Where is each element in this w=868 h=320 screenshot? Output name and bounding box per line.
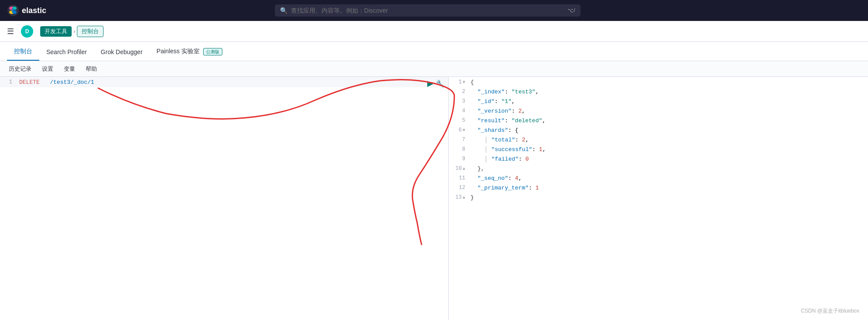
elastic-logo[interactable]: elastic	[7, 4, 46, 17]
output-line-13: 13▲ }	[449, 194, 868, 203]
output-line-10: 10▲ },	[449, 165, 868, 175]
output-line-6: 6▼ "_shards": {	[449, 127, 868, 136]
search-shortcut: ⌥/	[567, 7, 575, 14]
output-content-4: "_version": 2,	[470, 108, 525, 114]
breadcrumb-parent[interactable]: 开发工具	[40, 26, 72, 37]
output-content-2: "_index": "test3",	[470, 89, 539, 95]
output-content-1: {	[470, 79, 474, 86]
output-line-1: 1▼ {	[449, 79, 868, 88]
wrench-button[interactable]: 🔧	[436, 79, 445, 88]
output-line-num-12: 12	[449, 185, 470, 191]
tab-painless-lab-label: Painless 实验室	[156, 48, 200, 55]
output-content-3: "_id": "1",	[470, 98, 515, 105]
fold-arrow-6[interactable]: ▼	[463, 128, 465, 133]
top-header: elastic 🔍 ⌥/	[0, 0, 868, 21]
tab-console[interactable]: 控制台	[7, 43, 39, 61]
editor-panel: 1 DELETE /test3/_doc/1 ▶ 🔧	[0, 77, 449, 320]
fold-arrow-1[interactable]: ▼	[463, 80, 465, 85]
output-line-num-2: 2	[449, 89, 470, 95]
output-line-11: 11 "_seq_no": 4,	[449, 175, 868, 184]
user-avatar[interactable]: D	[21, 25, 33, 38]
output-content-6: "_shards": {	[470, 127, 519, 134]
output-line-2: 2 "_index": "test3",	[449, 88, 868, 98]
main-content: 1 DELETE /test3/_doc/1 ▶ 🔧 1▼ { 2	[0, 77, 868, 320]
editor-line-number: 1	[0, 79, 17, 85]
beta-badge: 公测版	[203, 48, 222, 55]
output-line-8: 8 │ "successful": 1,	[449, 146, 868, 155]
logo-area: elastic	[7, 4, 46, 17]
run-button[interactable]: ▶	[427, 79, 433, 88]
tab-painless-lab[interactable]: Painless 实验室 公测版	[149, 43, 229, 61]
global-search-bar[interactable]: 🔍 ⌥/	[275, 4, 581, 17]
output-content-5: "result": "deleted",	[470, 117, 546, 124]
output-line-7: 7 │ "total": 2,	[449, 136, 868, 146]
hamburger-button[interactable]: ☰	[7, 27, 14, 36]
output-content-10: },	[470, 165, 484, 172]
breadcrumb-separator: ›	[73, 28, 75, 34]
request-path: /test3/_doc/1	[50, 79, 94, 86]
hamburger-icon: ☰	[7, 27, 14, 36]
output-line-num-10: 10▲	[449, 165, 470, 172]
editor-line-content[interactable]: DELETE /test3/_doc/1	[17, 79, 448, 86]
tab-grok-debugger[interactable]: Grok Debugger	[94, 44, 150, 61]
settings-button[interactable]: 设置	[40, 63, 55, 75]
output-content-13: }	[470, 194, 474, 201]
output-line-4: 4 "_version": 2,	[449, 107, 868, 117]
elastic-logo-icon	[7, 4, 19, 17]
output-line-num-6: 6▼	[449, 127, 470, 133]
fold-arrow-10[interactable]: ▲	[463, 166, 465, 171]
help-button[interactable]: 帮助	[84, 63, 99, 75]
output-line-3: 3 "_id": "1",	[449, 98, 868, 107]
svg-point-5	[11, 8, 15, 13]
output-line-num-7: 7	[449, 137, 470, 143]
tab-console-label: 控制台	[14, 48, 32, 55]
variables-button[interactable]: 变量	[62, 63, 77, 75]
output-panel: 1▼ { 2 "_index": "test3", 3 "_id": "1", …	[449, 77, 868, 320]
output-line-num-13: 13▲	[449, 194, 470, 200]
output-content-7: │ "total": 2,	[470, 137, 529, 143]
output-line-5: 5 "result": "deleted",	[449, 117, 868, 127]
output-content-12: "_primary_term": 1	[470, 185, 539, 191]
global-search-input[interactable]	[291, 7, 564, 14]
output-content-9: │ "failed": 0	[470, 156, 529, 162]
output-line-num-1: 1▼	[449, 79, 470, 85]
run-icon: ▶	[427, 79, 433, 88]
editor-line-1[interactable]: 1 DELETE /test3/_doc/1	[0, 77, 448, 87]
output-line-num-5: 5	[449, 117, 470, 124]
output-line-num-9: 9	[449, 156, 470, 162]
output-line-num-4: 4	[449, 108, 470, 114]
http-method: DELETE	[19, 79, 40, 86]
output-line-9: 9 │ "failed": 0	[449, 155, 868, 165]
toolbar: 历史记录 设置 变量 帮助	[0, 61, 868, 77]
logo-text: elastic	[22, 6, 46, 15]
output-line-num-8: 8	[449, 146, 470, 152]
wrench-icon: 🔧	[436, 80, 445, 87]
breadcrumb-current[interactable]: 控制台	[77, 26, 104, 37]
breadcrumb: 开发工具 › 控制台	[40, 26, 104, 37]
output-line-num-11: 11	[449, 175, 470, 181]
watermark: CSDN @蓝盒子itbluebox	[801, 307, 859, 315]
tab-search-profiler[interactable]: Search Profiler	[39, 44, 94, 61]
search-icon: 🔍	[280, 7, 287, 14]
history-button[interactable]: 历史记录	[7, 63, 33, 75]
output-line-12: 12 "_primary_term": 1	[449, 184, 868, 194]
editor-actions: ▶ 🔧	[427, 79, 445, 88]
output-content-8: │ "successful": 1,	[470, 146, 546, 153]
tab-bar: 控制台 Search Profiler Grok Debugger Painle…	[0, 42, 868, 61]
tab-search-profiler-label: Search Profiler	[46, 48, 87, 55]
space	[43, 79, 47, 86]
output-content-11: "_seq_no": 4,	[470, 175, 522, 182]
nav-header: ☰ D 开发工具 › 控制台	[0, 21, 868, 42]
tab-grok-debugger-label: Grok Debugger	[101, 48, 143, 55]
output-line-num-3: 3	[449, 98, 470, 104]
fold-arrow-13[interactable]: ▲	[463, 195, 465, 200]
